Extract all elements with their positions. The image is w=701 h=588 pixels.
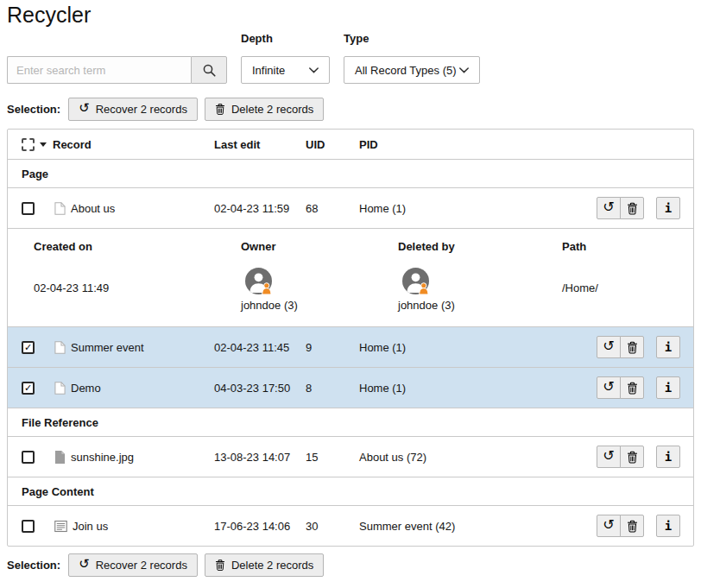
- info-button[interactable]: i: [656, 515, 680, 537]
- undo-icon: ↺: [603, 449, 614, 463]
- delete-selected-button[interactable]: Delete 2 records: [205, 553, 324, 577]
- record-last-edit: 13-08-23 14:07: [214, 451, 306, 464]
- info-button[interactable]: i: [656, 376, 680, 399]
- recover-button[interactable]: ↺: [597, 446, 621, 468]
- check-icon: ✓: [24, 383, 32, 393]
- info-button[interactable]: i: [656, 336, 680, 358]
- record-last-edit: 17-06-23 14:06: [214, 520, 306, 533]
- record-pid: Summer event (42): [359, 520, 506, 533]
- trash-icon: [627, 341, 638, 354]
- record-pid: About us (72): [359, 451, 506, 464]
- check-icon: ✓: [24, 343, 32, 352]
- delete-selected-button[interactable]: Delete 2 records: [205, 98, 324, 121]
- created-on-label: Created on: [34, 240, 241, 254]
- table-header-row: Record Last edit UID PID: [8, 130, 693, 159]
- undo-icon: ↺: [603, 200, 614, 214]
- recycler-table: Record Last edit UID PID Page About us 0…: [7, 129, 694, 547]
- search-input-group: [7, 56, 227, 84]
- info-button[interactable]: i: [656, 446, 680, 468]
- row-checkbox[interactable]: [22, 202, 35, 215]
- delete-button[interactable]: [620, 197, 644, 219]
- record-uid: 30: [306, 520, 359, 533]
- selection-label: Selection:: [7, 103, 60, 116]
- row-checkbox[interactable]: [22, 520, 35, 533]
- record-title: sunshine.jpg: [71, 451, 134, 464]
- deleted-by-value: johndoe (3): [398, 299, 455, 313]
- column-header-uid: UID: [306, 138, 359, 151]
- group-header: File Reference: [8, 408, 693, 436]
- info-button[interactable]: i: [656, 197, 680, 219]
- recover-selected-button[interactable]: ↺ Recover 2 records: [68, 98, 198, 121]
- search-icon: [202, 63, 217, 78]
- recover-button[interactable]: ↺: [597, 376, 621, 399]
- undo-icon: ↺: [603, 380, 614, 394]
- undo-icon: ↺: [603, 339, 614, 353]
- type-label: Type: [344, 32, 480, 46]
- record-uid: 9: [306, 341, 359, 354]
- recover-button[interactable]: ↺: [597, 197, 621, 219]
- selection-bar-bottom: Selection: ↺ Recover 2 records Delete 2 …: [7, 553, 694, 577]
- record-uid: 8: [306, 382, 359, 395]
- undo-icon: ↺: [79, 558, 90, 571]
- info-icon: i: [665, 382, 672, 394]
- recover-button[interactable]: ↺: [597, 515, 621, 537]
- page-icon: [54, 382, 66, 395]
- delete-button[interactable]: [620, 336, 644, 358]
- row-checkbox[interactable]: [22, 451, 35, 464]
- search-input[interactable]: [7, 56, 191, 84]
- page-title: Recycler: [7, 2, 694, 28]
- column-header-record: Record: [53, 138, 214, 151]
- row-checkbox[interactable]: ✓: [22, 382, 35, 395]
- table-row[interactable]: ✓ Summer event 02-04-23 11:45 9 Home (1)…: [8, 326, 693, 367]
- record-uid: 68: [306, 202, 359, 215]
- delete-button[interactable]: [620, 446, 644, 468]
- avatar-icon: [245, 268, 272, 297]
- info-icon: i: [665, 202, 672, 214]
- selection-label: Selection:: [7, 559, 60, 572]
- select-all-checkbox-icon: [22, 138, 35, 151]
- record-pid: Home (1): [359, 382, 506, 395]
- owner-label: Owner: [241, 240, 398, 254]
- recover-selected-label: Recover 2 records: [96, 559, 187, 572]
- select-all-dropdown[interactable]: [22, 138, 47, 151]
- caret-down-icon: [40, 142, 47, 147]
- record-title: About us: [71, 202, 115, 215]
- table-row[interactable]: sunshine.jpg 13-08-23 14:07 15 About us …: [8, 436, 693, 477]
- delete-selected-label: Delete 2 records: [231, 103, 313, 116]
- table-row[interactable]: Join us 17-06-23 14:06 30 Summer event (…: [8, 505, 693, 546]
- record-title: Demo: [71, 382, 101, 395]
- trash-icon: [627, 202, 638, 215]
- trash-icon: [627, 382, 638, 395]
- group-header: Page: [8, 159, 693, 187]
- table-row[interactable]: About us 02-04-23 11:59 68 Home (1) ↺ i: [8, 187, 693, 228]
- type-select[interactable]: All Record Types (5): [344, 56, 480, 84]
- path-value: /Home/: [562, 281, 679, 295]
- record-last-edit: 02-04-23 11:59: [214, 202, 306, 215]
- trash-icon: [627, 520, 638, 533]
- trash-icon: [627, 451, 638, 464]
- delete-button[interactable]: [620, 515, 644, 537]
- filter-toolbar: Depth Infinite Type All Record Types (5): [7, 32, 694, 84]
- undo-icon: ↺: [79, 102, 90, 115]
- table-row[interactable]: ✓ Demo 04-03-23 17:50 8 Home (1) ↺: [8, 367, 693, 408]
- row-checkbox[interactable]: ✓: [22, 341, 35, 354]
- type-value: All Record Types (5): [355, 64, 457, 77]
- recover-selected-button[interactable]: ↺ Recover 2 records: [68, 553, 198, 577]
- record-pid: Home (1): [359, 202, 506, 215]
- depth-value: Infinite: [252, 64, 285, 77]
- path-label: Path: [562, 240, 679, 254]
- info-icon: i: [665, 451, 672, 463]
- recover-button[interactable]: ↺: [597, 336, 621, 358]
- column-header-pid: PID: [359, 138, 506, 151]
- info-icon: i: [665, 520, 672, 532]
- delete-button[interactable]: [620, 376, 644, 399]
- deleted-by-label: Deleted by: [398, 240, 562, 254]
- depth-select[interactable]: Infinite: [241, 56, 330, 84]
- recover-selected-label: Recover 2 records: [96, 103, 187, 116]
- column-header-last-edit: Last edit: [214, 138, 306, 151]
- file-icon: [54, 451, 66, 464]
- record-uid: 15: [306, 451, 359, 464]
- record-last-edit: 04-03-23 17:50: [214, 382, 306, 395]
- chevron-down-icon: [309, 67, 319, 73]
- search-button[interactable]: [191, 56, 227, 84]
